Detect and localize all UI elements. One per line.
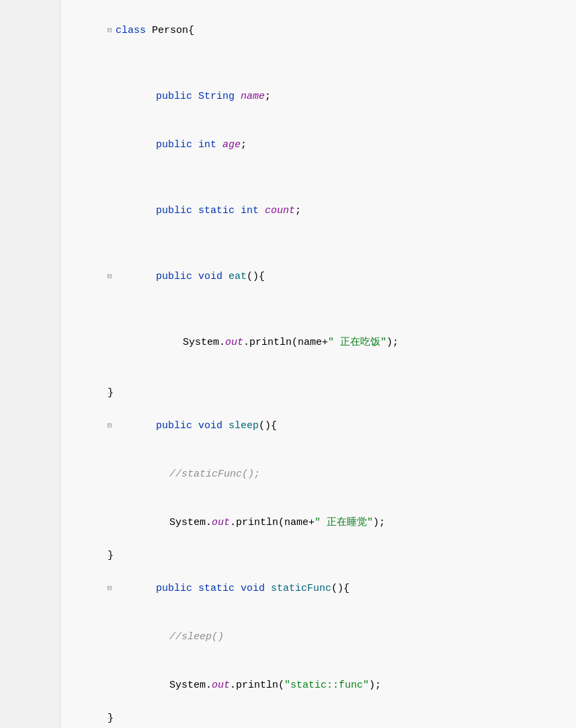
gutter-line-4 bbox=[60, 136, 121, 154]
keyword-void: void bbox=[198, 271, 229, 282]
keyword-static: static bbox=[198, 583, 241, 594]
code-line bbox=[60, 169, 576, 187]
fold-icon-16[interactable]: — bbox=[105, 551, 114, 561]
gutter-line-7 bbox=[60, 235, 121, 253]
code-line: ⊟ class Person{ bbox=[60, 7, 576, 55]
code-line: ⊟ public void eat(){ bbox=[60, 253, 576, 301]
fold-icon-20[interactable]: — bbox=[105, 714, 114, 723]
keyword-class: class bbox=[116, 25, 152, 36]
code-line bbox=[60, 367, 576, 385]
code-line: System.out.println(name+" 正在吃饭"); bbox=[60, 319, 576, 367]
field-count: count bbox=[265, 205, 295, 216]
code-line: public static int count; bbox=[60, 187, 576, 235]
gutter-line-15 bbox=[60, 514, 121, 532]
fold-icon-13[interactable]: ⊟ bbox=[105, 421, 114, 431]
code-line: ⊟ public static void staticFunc(){ bbox=[60, 565, 576, 613]
code-line bbox=[60, 55, 576, 73]
gutter-line-9 bbox=[60, 301, 121, 319]
keyword-public: public bbox=[156, 139, 198, 151]
gutter-line-3 bbox=[60, 88, 121, 106]
gutter-line-1: ⊟ bbox=[60, 22, 121, 40]
code-line: //sleep() bbox=[60, 613, 576, 661]
gutter-line-17: ⊟ bbox=[60, 580, 121, 598]
keyword-public: public bbox=[156, 91, 198, 102]
keyword-void: void bbox=[241, 583, 271, 594]
code-line bbox=[60, 301, 576, 319]
gutter-line-5 bbox=[60, 169, 121, 187]
gutter-line-12: — bbox=[60, 385, 121, 402]
comment-staticfunc: //staticFunc(); bbox=[169, 469, 260, 480]
gutter-line-14 bbox=[60, 466, 121, 483]
type-string: String bbox=[198, 91, 241, 102]
keyword-public: public bbox=[156, 583, 198, 594]
keyword-public: public bbox=[156, 420, 198, 432]
keyword-int2: int bbox=[241, 205, 265, 216]
string-eating: " 正在吃饭" bbox=[328, 337, 386, 348]
gutter-line-16: — bbox=[60, 547, 121, 565]
method-staticfunc: staticFunc bbox=[271, 583, 331, 594]
gutter bbox=[0, 0, 60, 728]
code-line: //staticFunc(); bbox=[60, 450, 576, 499]
keyword-void: void bbox=[198, 420, 229, 432]
field-name: name bbox=[241, 91, 265, 102]
class-identifier: Person{ bbox=[152, 25, 194, 36]
fold-icon-17[interactable]: ⊟ bbox=[105, 584, 114, 594]
gutter-line-10 bbox=[60, 334, 121, 352]
gutter-line-11 bbox=[60, 367, 121, 385]
keyword-public: public bbox=[156, 205, 198, 216]
code-line: System.out.println("static::func"); bbox=[60, 661, 576, 710]
fold-icon-1[interactable]: ⊟ bbox=[105, 26, 114, 36]
code-area[interactable]: ⊟ class Person{ public String name; publ… bbox=[60, 0, 576, 728]
gutter-line-8: ⊟ bbox=[60, 268, 121, 286]
editor-container: ⊟ class Person{ public String name; publ… bbox=[0, 0, 576, 728]
method-eat: eat bbox=[229, 271, 247, 282]
fold-icon-12[interactable]: — bbox=[105, 389, 114, 398]
field-age: age bbox=[222, 139, 241, 151]
code-line: public int age; bbox=[60, 121, 576, 169]
method-sleep: sleep bbox=[229, 420, 259, 432]
gutter-line-6 bbox=[60, 202, 121, 220]
keyword-int: int bbox=[198, 139, 222, 151]
gutter-line-18 bbox=[60, 629, 121, 646]
gutter-line-19 bbox=[60, 677, 121, 694]
code-line: — } bbox=[60, 710, 576, 727]
string-sleeping: " 正在睡觉" bbox=[315, 517, 373, 528]
code-line bbox=[60, 235, 576, 253]
gutter-line-20: — bbox=[60, 710, 121, 727]
string-static-func: "static::func" bbox=[284, 680, 369, 691]
fold-icon-8[interactable]: ⊟ bbox=[105, 272, 114, 282]
code-line: System.out.println(name+" 正在睡觉"); bbox=[60, 499, 576, 547]
code-line: ⊟ public void sleep(){ bbox=[60, 402, 576, 450]
code-line: — } bbox=[60, 385, 576, 402]
code-line: public String name; bbox=[60, 73, 576, 121]
gutter-line-13: ⊟ bbox=[60, 417, 121, 435]
gutter-line-2 bbox=[60, 55, 121, 73]
comment-sleep: //sleep() bbox=[169, 631, 224, 643]
keyword-public: public bbox=[156, 271, 198, 282]
code-line: — } bbox=[60, 547, 576, 565]
keyword-static: static bbox=[198, 205, 241, 216]
